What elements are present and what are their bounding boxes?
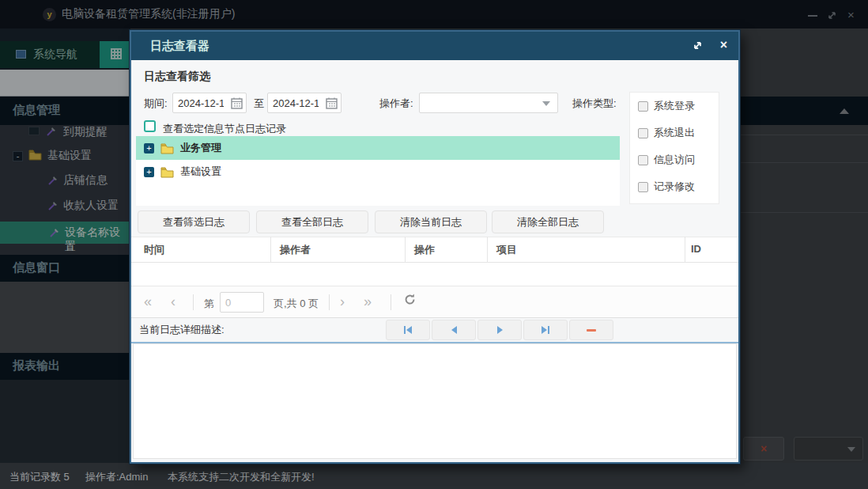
clear-all-logs-button[interactable]: 清除全部日志 (492, 210, 604, 233)
modal-tree: + 业务管理 + 基础设置 (136, 136, 620, 206)
first-record-button[interactable] (386, 320, 430, 340)
checkbox-icon[interactable] (638, 155, 648, 165)
checkbox-icon[interactable] (638, 128, 648, 138)
dialog-title: 日志查看器 (150, 39, 209, 54)
optype-row[interactable]: 系统登录 (630, 93, 719, 119)
to-label: 至 (254, 97, 264, 111)
last-record-button[interactable] (523, 320, 568, 340)
log-table-header (131, 237, 738, 263)
first-record-icon (403, 326, 413, 334)
date-from-input[interactable] (173, 93, 228, 112)
optype-row[interactable]: 信息访问 (630, 146, 719, 173)
page-label: 第 (204, 297, 214, 311)
operation-type-panel: 系统登录 系统退出 信息访问 记录修改 记录删除 (629, 92, 719, 204)
column-divider (405, 237, 406, 263)
pager-divider (193, 294, 194, 310)
first-page-button[interactable]: « (144, 294, 152, 309)
tree-row-label: 业务管理 (180, 141, 221, 155)
view-filtered-logs-button[interactable]: 查看筛选日志 (138, 210, 250, 233)
checkbox-icon[interactable] (638, 182, 648, 192)
pager-divider (329, 294, 330, 310)
optype-label: 系统登录 (654, 99, 695, 113)
detail-description-label: 当前日志详细描述: (139, 323, 225, 337)
expand-plus-icon[interactable]: + (144, 167, 154, 177)
minus-icon (587, 329, 596, 332)
tree-row-label: 基础设置 (180, 165, 221, 179)
calendar-icon[interactable] (326, 97, 338, 109)
view-all-logs-button[interactable]: 查看全部日志 (256, 210, 368, 233)
folder-icon (160, 166, 174, 178)
log-detail-textarea[interactable] (133, 343, 737, 459)
page-number-input[interactable] (221, 293, 263, 312)
operation-type-label: 操作类型: (572, 97, 617, 111)
delete-record-button[interactable] (569, 320, 613, 340)
checkbox-icon[interactable] (638, 101, 648, 112)
expand-plus-icon[interactable]: + (144, 143, 154, 154)
prev-record-button[interactable] (432, 320, 476, 340)
optype-row[interactable]: 系统退出 (630, 119, 719, 146)
tree-row-business[interactable]: + 业务管理 (136, 136, 620, 160)
last-page-button[interactable]: » (364, 294, 372, 309)
operator-input[interactable] (420, 93, 557, 112)
column-divider (487, 237, 488, 263)
app-window: y 电脑设备租赁管理系统(非注册用户) × 系统导航 信息管理 (0, 0, 868, 489)
dialog-header[interactable]: 日志查看器 × (131, 32, 738, 60)
prev-page-button[interactable]: ‹ (171, 294, 175, 309)
calendar-icon[interactable] (231, 97, 243, 109)
optype-label: 信息访问 (654, 153, 695, 167)
node-filter-checkbox[interactable] (144, 120, 156, 132)
last-record-icon (541, 326, 550, 334)
tree-row-basic[interactable]: + 基础设置 (136, 160, 620, 184)
optype-label: 系统退出 (654, 126, 695, 140)
folder-icon (160, 142, 174, 154)
next-page-button[interactable]: › (340, 294, 345, 309)
dialog-close-icon[interactable]: × (720, 39, 727, 51)
next-record-icon (496, 326, 504, 334)
chevron-down-icon (542, 101, 550, 106)
page-number-field[interactable] (220, 292, 264, 313)
col-id[interactable]: ID (691, 243, 701, 255)
prev-record-icon (451, 326, 458, 334)
filter-section-title: 日志查看筛选 (144, 70, 210, 84)
col-operator[interactable]: 操作者 (280, 243, 311, 257)
period-label: 期间: (144, 97, 168, 111)
operator-dropdown[interactable] (419, 93, 558, 113)
column-divider (270, 237, 271, 263)
optype-row[interactable]: 记录修改 (630, 173, 719, 200)
date-to-input[interactable] (268, 93, 323, 112)
expand-icon[interactable] (692, 40, 704, 51)
date-from-field[interactable] (172, 93, 247, 113)
operator-label: 操作者: (379, 97, 413, 111)
pager-divider (391, 294, 391, 310)
col-time[interactable]: 时间 (144, 243, 164, 257)
col-operation[interactable]: 操作 (414, 243, 435, 257)
optype-row[interactable]: 记录删除 (630, 200, 719, 204)
node-filter-label: 查看选定信息节点日志记录 (163, 122, 286, 136)
refresh-icon[interactable] (403, 293, 417, 306)
date-to-field[interactable] (267, 93, 342, 113)
col-project[interactable]: 项目 (496, 243, 517, 257)
clear-current-logs-button[interactable]: 清除当前日志 (375, 210, 487, 233)
log-viewer-dialog: 日志查看器 × 日志查看筛选 期间: 至 操作者: 操作类型: 系统登录 (130, 30, 740, 464)
total-pages-label: 页,共 0 页 (274, 297, 319, 311)
column-divider (685, 237, 685, 263)
log-table-empty-row (131, 263, 738, 286)
optype-label: 记录修改 (654, 180, 695, 194)
next-record-button[interactable] (477, 320, 522, 340)
